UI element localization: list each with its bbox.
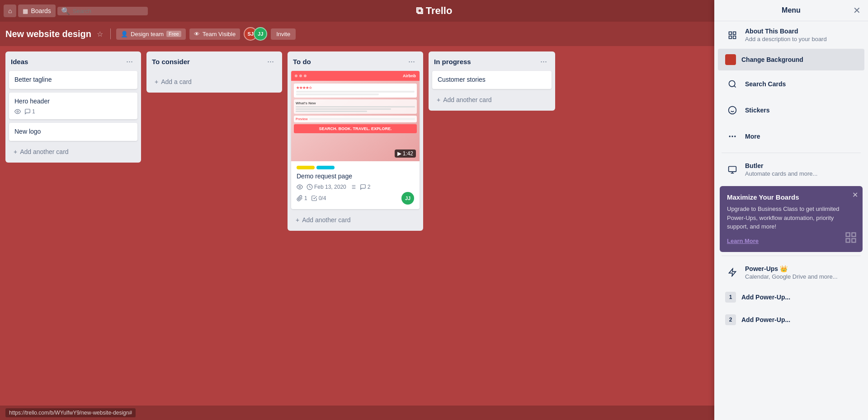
attachment-icon [297,195,303,201]
eye-icon [297,184,303,190]
menu-header: Menu ✕ [714,0,868,21]
card-labels [297,166,414,169]
description-meta [350,184,356,190]
header-divider [110,28,111,39]
add-icon: + [437,96,440,103]
svg-rect-10 [733,32,736,34]
menu-item-search[interactable]: Search Cards [718,71,864,97]
butler-menu-subtitle: Automate cards and more... [745,170,857,177]
comment-icon [360,184,366,190]
menu-item-add-powerup-2[interactable]: 2 Add Power-Up... [718,309,864,331]
menu-close-button[interactable]: ✕ [851,3,863,18]
svg-point-0 [17,111,19,112]
list-ideas-header: Ideas ··· [5,51,141,71]
list-to-do: To do ··· Airbnb [288,51,423,231]
powerups-subtitle: Calendar, Google Drive and more... [745,273,857,280]
svg-point-15 [729,107,736,114]
search-bar[interactable]: 🔍 [57,7,148,15]
svg-rect-9 [729,32,732,34]
card-new-logo[interactable]: New logo [9,123,137,141]
design-team-button[interactable]: 👤 Design team Free [116,28,186,40]
more-title: More [745,133,857,140]
card-customer-stories[interactable]: Customer stories [432,71,552,89]
eye-meta [297,184,303,190]
powerups-content: Power-Ups 👑 Calendar, Google Drive and m… [745,265,857,280]
crown-icon: 👑 [780,265,788,272]
more-content: More [745,133,857,140]
boards-grid-icon: ▦ [23,8,28,14]
svg-rect-11 [733,36,736,38]
list-ideas-title: Ideas [11,58,28,65]
search-cards-content: Search Cards [745,80,857,88]
invite-button[interactable]: Invite [271,28,296,40]
svg-marker-28 [729,269,736,276]
comment-count: 2 [368,184,371,190]
avatar-jj[interactable]: JJ [254,27,267,41]
comment-meta: 2 [360,184,371,190]
visibility-button[interactable]: 👁 Team Visible [189,28,240,40]
stickers-title: Stickers [745,107,857,114]
menu-item-change-bg[interactable]: Change Background [718,49,864,70]
menu-item-add-powerup-1[interactable]: 1 Add Power-Up... [718,286,864,308]
comment-count: 1 [32,108,35,115]
menu-item-stickers[interactable]: Stickers [718,98,864,123]
date-value: Feb 13, 2020 [314,184,346,190]
list-in-progress-menu[interactable]: ··· [538,56,550,67]
add-card-to-do[interactable]: + Add another card [291,213,420,227]
menu-item-more[interactable]: More [718,124,864,149]
add-powerup-2-content: Add Power-Up... [741,316,857,323]
add-icon: + [155,78,158,85]
card-body: Demo request page Feb 13, 2020 [291,161,420,209]
butler-menu-content: Butler Automate cards and more... [745,162,857,177]
attachment-count: 1 [304,195,307,201]
home-button[interactable]: ⌂ [4,5,16,17]
card-hero-header[interactable]: Hero header 1 [9,93,137,120]
svg-rect-21 [729,166,736,172]
mockup-header: Airbnb [291,71,420,81]
list-to-consider-title: To consider [152,58,190,65]
eye-icon: 👁 [194,31,200,37]
boards-button[interactable]: ▦ Boards [18,5,55,17]
upsell-close-button[interactable]: ✕ [852,191,858,199]
add-card-label: Add a card [161,78,192,85]
stickers-content: Stickers [745,107,857,114]
add-card-ideas[interactable]: + Add another card [9,145,137,159]
menu-title: Menu [782,6,801,14]
stickers-icon [725,103,740,117]
description-icon [350,184,356,190]
star-button[interactable]: ☆ [95,28,105,40]
menu-panel: Menu ✕ About This Board Add a descriptio… [714,0,868,420]
trello-logo: ⧉ Trello [416,5,453,17]
visibility-label: Team Visible [203,31,236,37]
search-input[interactable] [73,8,144,14]
card-image: Airbnb ★★★★☆ What's New [291,71,420,161]
upsell-learn-more[interactable]: Learn More [727,238,759,244]
change-bg-content: Change Background [741,56,857,63]
card-better-tagline[interactable]: Better tagline [9,71,137,89]
list-ideas-menu[interactable]: ··· [123,56,136,67]
menu-item-butler[interactable]: Butler Automate cards and more... [718,157,864,182]
comment-icon [24,108,31,115]
svg-line-14 [734,86,736,88]
menu-item-powerups[interactable]: Power-Ups 👑 Calendar, Google Drive and m… [718,260,864,285]
board-title[interactable]: New website design [5,29,91,39]
dot3 [304,75,307,77]
checklist-value: 0/4 [319,195,326,201]
about-board-content: About This Board Add a description to yo… [745,28,857,42]
list-to-do-menu[interactable]: ··· [406,56,418,67]
list-in-progress-cards: Customer stories [429,71,555,89]
trello-logo-icon: ⧉ [416,5,423,17]
list-to-consider-menu[interactable]: ··· [264,56,277,67]
checklist-icon [311,195,317,201]
add-card-to-consider[interactable]: + Add a card [150,75,278,89]
team-label: Design team [131,31,164,37]
change-bg-color-swatch [725,54,736,65]
card-demo-request[interactable]: Airbnb ★★★★☆ What's New [291,71,420,209]
date-meta: Feb 13, 2020 [307,184,346,190]
add-card-in-progress[interactable]: + Add another card [432,93,552,107]
menu-item-about[interactable]: About This Board Add a description to yo… [718,22,864,48]
powerup-num-1: 1 [725,292,736,303]
checklist-meta: 0/4 [311,195,326,201]
upsell-text: Upgrade to Business Class to get unlimit… [727,205,855,231]
list-ideas-cards: Better tagline Hero header 1 New logo [5,71,141,141]
